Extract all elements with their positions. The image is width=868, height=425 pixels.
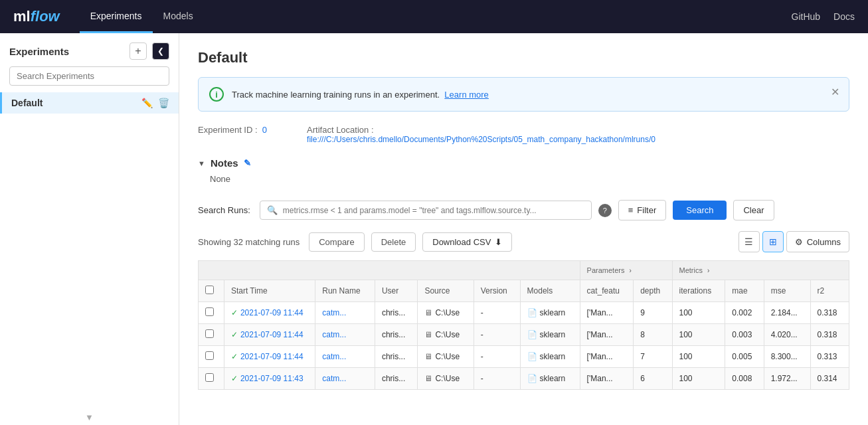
sidebar-title: Experiments bbox=[9, 46, 124, 57]
row-depth: 8 bbox=[634, 324, 672, 346]
row-run-name[interactable]: catm... bbox=[315, 368, 375, 390]
runs-tbody: ✓2021-07-09 11:44 catm... chris... 🖥C:\U… bbox=[199, 302, 849, 390]
filter-button[interactable]: ≡ Filter bbox=[618, 200, 666, 220]
col-source[interactable]: Source bbox=[418, 280, 474, 302]
row-version: - bbox=[474, 324, 520, 346]
table-row: ✓2021-07-09 11:44 catm... chris... 🖥C:\U… bbox=[199, 346, 849, 368]
col-start-time[interactable]: Start Time bbox=[224, 280, 315, 302]
row-user: chris... bbox=[375, 368, 417, 390]
row-cat-features: ['Man... bbox=[580, 324, 634, 346]
col-run-name[interactable]: Run Name bbox=[315, 280, 375, 302]
row-depth: 9 bbox=[634, 302, 672, 324]
row-checkbox[interactable] bbox=[199, 368, 224, 390]
artifact-location-label: Artifact Location : bbox=[307, 125, 373, 135]
collapse-sidebar-button[interactable]: ❮ bbox=[152, 42, 169, 60]
col-mae[interactable]: mae bbox=[725, 280, 764, 302]
nav-experiments[interactable]: Experiments bbox=[80, 1, 153, 33]
logo-flow: flow bbox=[31, 8, 60, 25]
layout: Experiments + ❮ Default ✏️ 🗑️ ▼ Default … bbox=[0, 33, 868, 425]
row-run-name[interactable]: catm... bbox=[315, 324, 375, 346]
experiment-meta: Experiment ID : 0 Artifact Location : fi… bbox=[198, 125, 849, 144]
row-user: chris... bbox=[375, 346, 417, 368]
page-title: Default bbox=[198, 49, 849, 66]
col-iterations[interactable]: iterations bbox=[672, 280, 725, 302]
col-cat-features[interactable]: cat_featu bbox=[580, 280, 634, 302]
row-run-name[interactable]: catm... bbox=[315, 302, 375, 324]
experiment-id-value: 0 bbox=[262, 125, 267, 135]
row-version: - bbox=[474, 368, 520, 390]
row-models: 📄sklearn bbox=[520, 368, 580, 390]
nav-models[interactable]: Models bbox=[153, 1, 204, 33]
compare-button[interactable]: Compare bbox=[309, 232, 364, 252]
learn-more-link[interactable]: Learn more bbox=[444, 90, 488, 100]
row-cat-features: ['Man... bbox=[580, 302, 634, 324]
search-runs-input[interactable] bbox=[283, 206, 584, 215]
notes-section: ▼ Notes ✎ None bbox=[198, 157, 849, 184]
row-iterations: 100 bbox=[672, 346, 725, 368]
row-iterations: 100 bbox=[672, 302, 725, 324]
row-run-name[interactable]: catm... bbox=[315, 346, 375, 368]
filter-label: Filter bbox=[637, 205, 656, 215]
nav-links: Experiments Models bbox=[80, 1, 204, 33]
columns-icon: ⚙ bbox=[795, 237, 803, 247]
edit-experiment-icon[interactable]: ✏️ bbox=[141, 98, 153, 108]
parameters-section-header: Parameters › bbox=[580, 261, 672, 280]
search-help-icon[interactable]: ? bbox=[598, 204, 612, 217]
runs-table: Parameters › Metrics › Start Time Run Na… bbox=[198, 260, 849, 390]
search-runs-label: Search Runs: bbox=[198, 205, 250, 215]
col-r2[interactable]: r2 bbox=[810, 280, 849, 302]
results-row: Showing 32 matching runs Compare Delete … bbox=[198, 231, 849, 252]
col-depth[interactable]: depth bbox=[634, 280, 672, 302]
row-version: - bbox=[474, 346, 520, 368]
logo: mlflow bbox=[13, 8, 60, 25]
notes-toggle-icon: ▼ bbox=[198, 159, 205, 167]
clear-button[interactable]: Clear bbox=[733, 200, 774, 220]
banner-close-button[interactable]: ✕ bbox=[831, 86, 839, 98]
add-experiment-button[interactable]: + bbox=[130, 42, 147, 60]
row-cat-features: ['Man... bbox=[580, 346, 634, 368]
sidebar-header: Experiments + ❮ bbox=[0, 33, 179, 66]
notes-value: None bbox=[210, 174, 849, 184]
nav-docs[interactable]: Docs bbox=[833, 11, 855, 22]
row-r2: 0.318 bbox=[810, 302, 849, 324]
grid-view-button[interactable]: ⊞ bbox=[762, 231, 784, 252]
search-runs-icon: 🔍 bbox=[267, 205, 278, 215]
notes-header[interactable]: ▼ Notes ✎ bbox=[198, 157, 849, 169]
main-content: Default i Track machine learning trainin… bbox=[179, 33, 868, 425]
row-start-time: ✓2021-07-09 11:43 bbox=[224, 368, 315, 390]
delete-experiment-icon[interactable]: 🗑️ bbox=[158, 98, 169, 108]
col-user[interactable]: User bbox=[375, 280, 417, 302]
search-button[interactable]: Search bbox=[673, 201, 727, 220]
row-mse: 4.020... bbox=[764, 324, 810, 346]
notes-label: Notes bbox=[211, 157, 238, 169]
row-checkbox[interactable] bbox=[199, 302, 224, 324]
info-banner: i Track machine learning training runs i… bbox=[198, 77, 849, 112]
columns-label: Columns bbox=[807, 237, 841, 247]
experiment-label: Default bbox=[11, 98, 141, 108]
delete-button[interactable]: Delete bbox=[371, 232, 416, 252]
notes-edit-icon[interactable]: ✎ bbox=[244, 158, 251, 168]
row-iterations: 100 bbox=[672, 368, 725, 390]
list-view-button[interactable]: ☰ bbox=[738, 231, 760, 252]
row-checkbox[interactable] bbox=[199, 324, 224, 346]
row-source: 🖥C:\Use bbox=[418, 302, 474, 324]
download-csv-button[interactable]: Download CSV ⬇ bbox=[422, 232, 512, 252]
logo-ml: ml bbox=[13, 8, 31, 25]
table-header-row: Start Time Run Name User Source Version … bbox=[199, 280, 849, 302]
col-version[interactable]: Version bbox=[474, 280, 520, 302]
sidebar-scroll-down: ▼ bbox=[0, 410, 179, 425]
nav-github[interactable]: GitHub bbox=[792, 11, 821, 22]
search-runs-input-wrap: 🔍 bbox=[260, 201, 592, 220]
row-mse: 2.184... bbox=[764, 302, 810, 324]
sidebar-item-default[interactable]: Default ✏️ 🗑️ bbox=[0, 92, 179, 114]
section-header-row: Parameters › Metrics › bbox=[199, 261, 849, 280]
filter-icon: ≡ bbox=[628, 205, 634, 215]
col-models[interactable]: Models bbox=[520, 280, 580, 302]
search-experiments-input[interactable] bbox=[9, 66, 169, 86]
row-r2: 0.313 bbox=[810, 346, 849, 368]
results-text: Showing 32 matching runs bbox=[198, 237, 300, 247]
col-mse[interactable]: mse bbox=[764, 280, 810, 302]
row-checkbox[interactable] bbox=[199, 346, 224, 368]
select-all-checkbox[interactable] bbox=[205, 286, 214, 294]
columns-button[interactable]: ⚙ Columns bbox=[786, 231, 849, 252]
